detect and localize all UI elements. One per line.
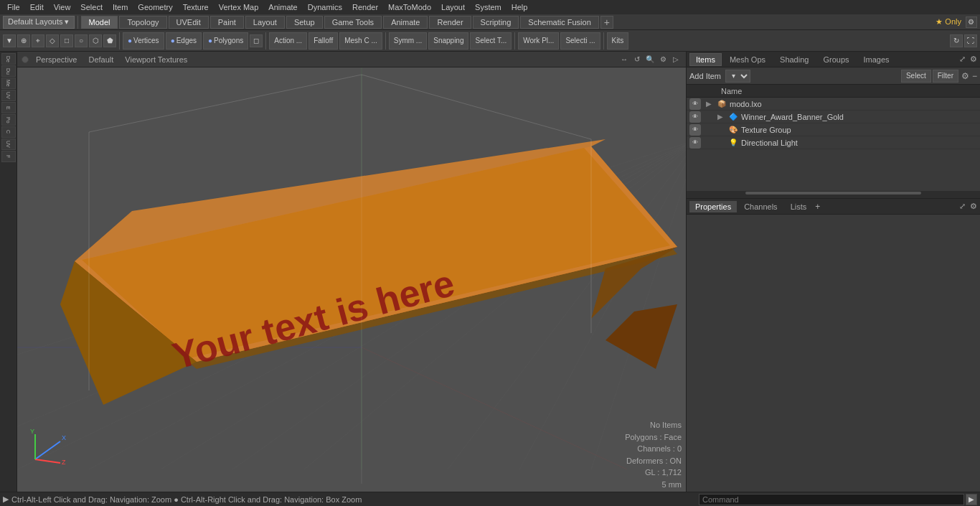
prop-tab-lists[interactable]: Lists [785,201,813,212]
viewport-icon-move[interactable]: ↔ [618,54,630,65]
filter-btn[interactable]: Filter [933,70,958,83]
sidebar-btn-uv2[interactable]: UV [1,139,16,150]
sidebar-btn-de[interactable]: De [1,53,16,65]
symm-btn[interactable]: Symm ... [389,32,427,50]
panel-tab-mesh-ops[interactable]: Mesh Ops [723,53,772,66]
toolbar-icon-2[interactable]: ⊕ [17,34,30,47]
layout-tab-add[interactable]: + [600,16,613,29]
viewport-icon-play[interactable]: ▷ [670,54,682,65]
prop-tab-add[interactable]: + [815,202,820,212]
layout-options-btn[interactable]: ⚙ [966,17,977,28]
work-pl-btn[interactable]: Work Pl... [518,32,559,50]
layout-tab-layout[interactable]: Layout [245,16,285,29]
toolbar-icon-3[interactable]: ⌖ [32,34,44,47]
sidebar-btn-me[interactable]: Me [1,78,16,89]
layout-dropdown[interactable]: Default Layouts ▾ [3,16,75,29]
sidebar-btn-e[interactable]: E [1,102,16,113]
menu-texture[interactable]: Texture [179,1,213,13]
panel-tab-items[interactable]: Items [689,53,722,66]
items-minus-icon[interactable]: − [972,71,977,81]
viewport-icon-settings[interactable]: ⚙ [657,54,669,65]
viewport-default[interactable]: Default [84,55,118,64]
menu-animate[interactable]: Animate [264,1,301,13]
sidebar-btn-uv[interactable]: UV [1,90,16,101]
vertices-btn[interactable]: ● Vertices [123,32,164,50]
panel-tab-shading[interactable]: Shading [773,53,815,66]
panel-tab-groups[interactable]: Groups [816,53,855,66]
layout-tab-scripting[interactable]: Scripting [473,16,519,29]
menu-select[interactable]: Select [76,1,107,13]
toolbar-icon-6[interactable]: ○ [75,34,88,47]
item-eye-texture[interactable]: 👁 [689,124,701,136]
sidebar-btn-c[interactable]: C [1,126,16,138]
layout-tab-topology[interactable]: Topology [119,16,166,29]
command-input[interactable] [699,494,964,505]
menu-system[interactable]: System [471,1,506,13]
item-eye-light[interactable]: 👁 [689,137,701,149]
panel-options-icon[interactable]: ⚙ [970,55,977,64]
rotate-icon[interactable]: ↻ [950,34,963,47]
menu-item[interactable]: Item [108,1,132,13]
menu-layout[interactable]: Layout [437,1,469,13]
sidebar-btn-du[interactable]: Du [1,65,16,77]
items-options-icon[interactable]: ⚙ [961,71,969,81]
edges-btn[interactable]: ● Edges [166,32,202,50]
action-btn[interactable]: Action ... [269,32,307,50]
layout-tab-render[interactable]: Render [429,16,471,29]
sidebar-btn-po[interactable]: Po [1,114,16,126]
toolbar-icon-4[interactable]: ◇ [46,34,59,47]
menu-maxtomodo[interactable]: MaxToModo [384,1,435,13]
menu-vertex-map[interactable]: Vertex Map [215,1,263,13]
menu-edit[interactable]: Edit [26,1,48,13]
command-submit-btn[interactable]: ▶ [966,494,977,505]
layout-tab-schematic[interactable]: Schematic Fusion [520,16,598,29]
item-eye-winner[interactable]: 👁 [689,111,701,123]
menu-file[interactable]: File [3,1,24,13]
panel-expand-icon[interactable]: ⤢ [959,55,966,64]
viewport-textures[interactable]: Viewport Textures [121,55,192,64]
viewport-icon-zoom[interactable]: 🔍 [644,54,656,65]
item-row-texture[interactable]: 👁 🎨 Texture Group [687,123,980,136]
layout-tab-model[interactable]: Model [81,16,118,29]
prop-expand-icon[interactable]: ⤢ [959,202,966,211]
scene-area[interactable]: Your text is here X Z Y [17,67,686,492]
select-btn[interactable]: Select [901,70,931,83]
menu-help[interactable]: Help [507,1,532,13]
prop-tab-properties[interactable]: Properties [689,201,737,212]
selecti-btn[interactable]: Selecti ... [560,32,600,50]
layout-tab-animate[interactable]: Animate [383,16,428,29]
item-row-light[interactable]: 👁 💡 Directional Light [687,136,980,149]
toolbar-icon-7[interactable]: ⬡ [89,34,102,47]
layout-tab-gametools[interactable]: Game Tools [324,16,382,29]
prop-options-icon[interactable]: ⚙ [970,202,977,211]
menu-view[interactable]: View [50,1,75,13]
kits-btn[interactable]: Kits [607,32,629,50]
layout-tab-uvedit[interactable]: UVEdit [169,16,209,29]
menu-dynamics[interactable]: Dynamics [303,1,347,13]
items-scrollbar-thumb[interactable] [745,192,921,195]
menu-geometry[interactable]: Geometry [133,1,176,13]
falloff-btn[interactable]: Falloff [308,32,338,50]
polygons-btn[interactable]: ● Polygons [203,32,248,50]
viewport-perspective[interactable]: Perspective [32,55,81,64]
menu-render[interactable]: Render [348,1,382,13]
item-row-winner[interactable]: 👁 ▶ 🔷 Winner_Award_Banner_Gold [687,111,980,123]
snapping-btn[interactable]: Snapping [428,32,468,50]
prop-tab-channels[interactable]: Channels [738,201,783,212]
layout-tab-paint[interactable]: Paint [210,16,244,29]
viewport[interactable]: Perspective Default Viewport Textures ↔ … [17,52,686,492]
item-eye-modo[interactable]: 👁 [689,98,701,110]
toolbar-icon-1[interactable]: ▼ [3,34,16,47]
toolbar-icon-5[interactable]: □ [60,34,73,47]
viewport-icon-rotate[interactable]: ↺ [631,54,643,65]
sidebar-btn-f[interactable]: F [1,151,16,162]
select-t-btn[interactable]: Select T... [470,32,512,50]
toolbar-icon-8[interactable]: ⬟ [103,34,116,47]
layout-tab-setup[interactable]: Setup [286,16,323,29]
mesh-btn[interactable]: Mesh C ... [339,32,382,50]
panel-tab-images[interactable]: Images [857,53,896,66]
toolbar-icon-mode[interactable]: ◻ [250,34,263,47]
item-row-modo-lxo[interactable]: 👁 ▶ 📦 modo.lxo [687,98,980,111]
add-item-dropdown[interactable]: ▾ [725,70,750,83]
fullscreen-icon[interactable]: ⛶ [964,34,977,47]
